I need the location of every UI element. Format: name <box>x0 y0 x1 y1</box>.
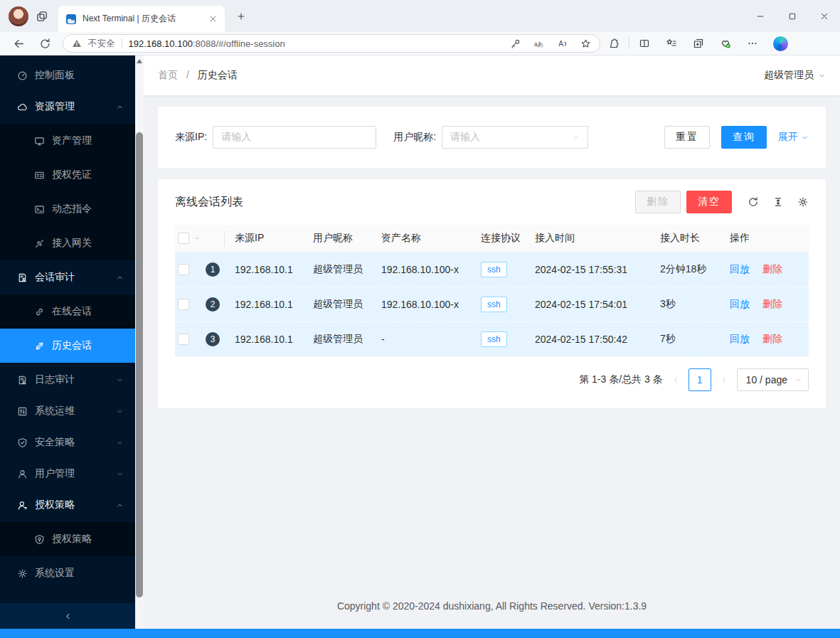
reset-button[interactable]: 重置 <box>664 126 710 149</box>
workspaces-icon[interactable] <box>36 10 48 23</box>
cell-source-ip: 192.168.10.1 <box>225 299 303 310</box>
extensions-icon[interactable] <box>600 38 627 49</box>
clear-all-button[interactable]: 清空 <box>686 191 732 213</box>
sidebar-item-resource-management[interactable]: 资源管理 <box>0 92 135 121</box>
favorite-star-icon[interactable] <box>580 38 591 49</box>
row-index-badge: 1 <box>206 262 220 277</box>
window-maximize-icon[interactable] <box>776 0 808 32</box>
sidebar-item-label: 用户管理 <box>35 467 75 480</box>
table-settings-icon[interactable] <box>797 196 809 208</box>
row-checkbox[interactable] <box>178 334 189 345</box>
browser-essentials-icon[interactable] <box>712 38 739 49</box>
copilot-icon[interactable] <box>773 36 788 51</box>
code-icon <box>34 204 45 215</box>
row-checkbox[interactable] <box>178 299 189 310</box>
address-divider <box>122 38 122 48</box>
user-icon <box>17 469 28 479</box>
back-icon[interactable] <box>6 38 32 50</box>
cell-asset: 192.168.10.100-x <box>371 264 471 275</box>
breadcrumb-current: 历史会话 <box>198 69 238 80</box>
filelog-icon <box>17 375 28 386</box>
sidebar-item-credentials[interactable]: 授权凭证 <box>0 158 135 192</box>
replay-link[interactable]: 回放 <box>730 298 750 309</box>
collections-icon[interactable] <box>685 38 712 49</box>
copyright-footer: Copyright © 2020-2024 dushixiang, All Ri… <box>144 600 840 629</box>
sidebar-collapse-trigger[interactable] <box>0 603 135 629</box>
window-close-icon[interactable] <box>808 0 840 32</box>
more-menu-icon[interactable] <box>739 38 766 49</box>
favorites-bar-icon[interactable] <box>658 38 685 49</box>
translate-icon[interactable]: aあ <box>533 38 544 49</box>
sidebar-item-authorization-policy[interactable]: 授权策略 <box>0 491 135 519</box>
column-height-icon[interactable] <box>772 196 784 208</box>
breadcrumb-home[interactable]: 首页 <box>158 69 178 80</box>
sidebar-item-access-gateway[interactable]: 接入网关 <box>0 226 135 260</box>
read-aloud-icon[interactable]: A <box>557 38 568 49</box>
sidebar-submenu-authorization: 授权策略 <box>0 522 135 556</box>
pagination-prev-icon[interactable] <box>669 376 683 384</box>
row-checkbox[interactable] <box>178 264 189 275</box>
sidebar-item-label: 动态指令 <box>52 203 92 216</box>
table-row: 3 192.168.10.1 超级管理员 - ssh 2024-02-15 17… <box>175 322 809 357</box>
column-header: 资产名称 <box>371 232 471 245</box>
expand-link[interactable]: 展开 <box>778 131 809 144</box>
cell-nickname: 超级管理员 <box>303 263 371 276</box>
column-header: 来源IP <box>225 232 303 245</box>
sidebar-item-security-policy[interactable]: 安全策略 <box>0 428 135 457</box>
chevron-down-icon <box>116 408 124 415</box>
link-icon <box>34 307 45 317</box>
delete-link[interactable]: 删除 <box>762 333 782 344</box>
sidebar-item-system-ops[interactable]: 系统运维 <box>0 397 135 425</box>
pagination-next-icon[interactable] <box>717 376 731 384</box>
page-size-value: 10 / page <box>746 374 787 386</box>
user-menu[interactable]: 超级管理员 <box>764 69 826 82</box>
delete-selected-button[interactable]: 删除 <box>635 191 681 213</box>
scrollbar-up-arrow-icon[interactable] <box>137 59 142 63</box>
sidebar-item-asset-management[interactable]: 资产管理 <box>0 124 135 158</box>
cloud-icon <box>17 102 28 112</box>
select-all-checkbox[interactable] <box>178 233 189 244</box>
safety-icon <box>17 437 28 448</box>
page-size-select[interactable]: 10 / page <box>737 368 809 391</box>
replay-link[interactable]: 回放 <box>730 333 750 344</box>
browser-profile-avatar[interactable] <box>9 6 28 26</box>
new-tab-icon[interactable] <box>232 7 250 26</box>
scrollbar-thumb[interactable] <box>136 132 143 597</box>
sidebar-item-log-audit[interactable]: 日志审计 <box>0 366 135 394</box>
collapse-left-icon <box>63 612 73 621</box>
split-screen-icon[interactable] <box>631 38 658 49</box>
desktop-icon <box>34 136 45 147</box>
source-ip-placeholder: 请输入 <box>221 131 251 144</box>
sidebar-item-system-settings[interactable]: 系统设置 <box>0 559 135 588</box>
tab-close-icon[interactable] <box>207 13 219 25</box>
window-minimize-icon[interactable] <box>744 0 776 32</box>
password-key-icon[interactable] <box>510 38 521 49</box>
source-ip-input[interactable]: 请输入 <box>213 126 376 149</box>
address-bar[interactable]: 不安全 192.168.10.100:8088/#/offline-sessio… <box>63 34 600 53</box>
sidebar-item-dashboard[interactable]: 控制面板 <box>0 61 135 90</box>
replay-link[interactable]: 回放 <box>730 263 750 275</box>
browser-tab-active[interactable]: Next Terminal | 历史会话 <box>58 6 225 32</box>
query-button[interactable]: 查询 <box>721 126 767 149</box>
sidebar-item-user-management[interactable]: 用户管理 <box>0 459 135 488</box>
row-index-badge: 3 <box>206 332 220 346</box>
sidebar-item-dynamic-commands[interactable]: 动态指令 <box>0 192 135 226</box>
sidebar-item-session-audit[interactable]: 会话审计 <box>0 263 135 292</box>
sidebar-item-label: 控制面板 <box>35 69 75 82</box>
refresh-icon[interactable] <box>32 38 58 50</box>
sidebar-item-label: 系统运维 <box>35 405 75 418</box>
nickname-select[interactable]: 请输入 <box>442 126 588 149</box>
sidebar-item-online-session[interactable]: 在线会话 <box>0 294 135 329</box>
delete-link[interactable]: 删除 <box>762 298 782 309</box>
sidebar-item-authorization-policy-sub[interactable]: 授权策略 <box>0 522 135 556</box>
tab-title: Next Terminal | 历史会话 <box>83 13 201 25</box>
pagination-page-1[interactable]: 1 <box>689 368 711 391</box>
not-secure-label[interactable]: 不安全 <box>88 38 115 50</box>
selection-chevron-down-icon[interactable] <box>193 235 201 242</box>
delete-link[interactable]: 删除 <box>762 263 782 275</box>
reload-icon[interactable] <box>748 196 759 208</box>
sidebar-item-history-session[interactable]: 历史会话 <box>0 329 135 363</box>
chevron-down-icon <box>116 439 124 447</box>
dashboard-icon <box>17 70 28 81</box>
disconnect-icon <box>34 341 45 351</box>
